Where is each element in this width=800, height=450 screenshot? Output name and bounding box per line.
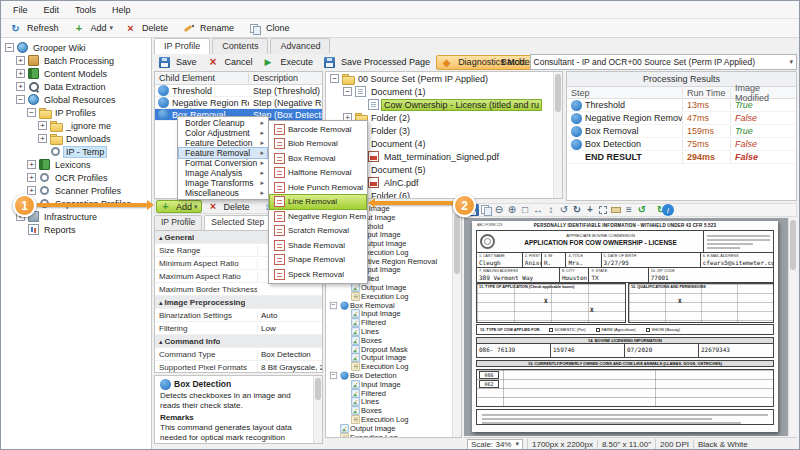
sync-icon[interactable] [636, 204, 648, 216]
diagnostics-tree-item[interactable]: Filtered [326, 318, 461, 327]
step-toolbar-button[interactable]: Add ▾ [156, 200, 202, 213]
diagnostics-tree-item[interactable]: Execution Log [326, 362, 461, 371]
tree-item[interactable]: Content Models [1, 67, 151, 80]
tree-item[interactable]: Downloads [1, 132, 151, 145]
tree-expander-icon[interactable] [27, 186, 36, 195]
submenu-item[interactable]: Line Removal [270, 195, 366, 210]
tree-expander-icon[interactable] [16, 69, 25, 78]
submenu-item[interactable]: Barcode Removal [270, 122, 366, 137]
diagnostics-tree-item[interactable]: Box Detection [326, 371, 461, 380]
result-row[interactable]: Box Removal 159ms True [567, 125, 796, 138]
submenu-item[interactable]: Negative Region Removal [270, 209, 366, 224]
diagnostics-tree-item[interactable]: Input Image [326, 310, 461, 319]
step-toolbar-button[interactable]: Delete [204, 200, 256, 213]
diagnostics-tree-item[interactable]: Boxes [326, 336, 461, 345]
submenu-item[interactable]: Shade Removal [270, 238, 366, 253]
property-row[interactable]: Command Info [155, 335, 322, 348]
scrollbar[interactable] [452, 204, 461, 437]
tree-expander-icon[interactable] [16, 95, 25, 104]
result-row[interactable]: Box Detection 75ms False [567, 138, 796, 151]
tree-expander-icon[interactable] [330, 372, 337, 379]
anchored-omr-link[interactable]: Anchored OMR [253, 443, 308, 444]
diagnostics-tree-item[interactable]: Execution Log [326, 292, 461, 301]
diagnostics-tree-item[interactable]: Lines [326, 327, 461, 336]
toolbar-button[interactable]: Rename [178, 21, 242, 36]
context-menu-item[interactable]: Border Cleanup [179, 118, 267, 128]
pan-icon[interactable] [584, 204, 596, 216]
diagnostics-tree-item[interactable]: Boxes [326, 406, 461, 415]
submenu-item[interactable]: Box Removal [270, 151, 366, 166]
context-menu-item[interactable]: Feature Removal [179, 148, 267, 158]
result-row[interactable]: END RESULT 294ms False [567, 151, 796, 164]
toolbar-button[interactable]: Refresh [5, 21, 67, 36]
scrollbar[interactable] [313, 376, 322, 443]
tree-expander-icon[interactable] [38, 134, 47, 143]
tree-item[interactable]: Grooper Wiki [1, 41, 151, 54]
tree-item[interactable]: Data Extraction [1, 80, 151, 93]
tree-item[interactable]: IP Profiles [1, 106, 151, 119]
diagnostics-tree-item[interactable]: Dropout Mask [326, 345, 461, 354]
tree-expander-icon[interactable] [27, 173, 36, 182]
diagnostics-tree-item[interactable]: Output Image [326, 354, 461, 363]
tree-expander-icon[interactable] [16, 82, 25, 91]
property-row[interactable]: Image Preprocessing [155, 296, 322, 309]
batch-tree-item[interactable]: 00 Source Set (Perm IP Applied) [326, 72, 562, 85]
tree-expander-icon[interactable] [27, 160, 36, 169]
menu-item[interactable]: Edit [36, 3, 68, 17]
tree-item[interactable]: Batch Processing [1, 54, 151, 67]
menu-item[interactable]: Tools [67, 3, 104, 17]
rotate-right-icon[interactable] [571, 204, 583, 216]
step-row[interactable]: Threshold Step (Threshold) [155, 85, 322, 97]
submenu-item[interactable]: Speck Removal [270, 267, 366, 282]
refresh-icon[interactable] [649, 204, 661, 216]
tab[interactable]: Advanced [270, 38, 330, 54]
batch-selector[interactable]: Consultant - IP and OCR+00 Source Set (P… [530, 54, 797, 70]
submenu-item[interactable]: Hole Punch Removal [270, 180, 366, 195]
action-button[interactable]: Cancel [203, 55, 258, 70]
diagnostics-tree-item[interactable]: Box Removal [326, 301, 461, 310]
tree-expander-icon[interactable] [343, 87, 352, 96]
tab[interactable]: Selected Step [204, 215, 271, 230]
rotate-left-icon[interactable] [558, 204, 570, 216]
menu-item[interactable]: Help [104, 3, 139, 17]
tree-expander-icon[interactable] [27, 108, 36, 117]
tab[interactable]: IP Profile [154, 38, 210, 54]
info-icon[interactable] [662, 204, 674, 216]
context-menu-item[interactable]: Image Analysis [179, 168, 267, 178]
context-menu-item[interactable]: Format Conversion [179, 158, 267, 168]
submenu-item[interactable]: Blob Removal [270, 137, 366, 152]
submenu-item[interactable]: Scratch Removal [270, 224, 366, 239]
menu-item[interactable]: File [5, 3, 36, 17]
action-button[interactable]: Save [154, 55, 202, 70]
diagnostics-tree-item[interactable]: Output Image [326, 424, 461, 433]
scrollbar[interactable] [788, 218, 797, 436]
property-value[interactable]: Low [258, 324, 322, 333]
toolbar-button[interactable]: Delete [120, 21, 176, 36]
submenu-item[interactable]: Halftone Removal [270, 166, 366, 181]
diagnostics-tree-item[interactable]: Execution Log [326, 415, 461, 424]
toolbar-button[interactable]: Add ▾ [69, 21, 119, 36]
action-button[interactable]: Save Processed Page [319, 55, 435, 70]
property-value[interactable]: 8 Bit Grayscale, 24 Bit RGB, 32 Bi [258, 363, 322, 372]
copy-icon[interactable] [480, 204, 492, 216]
property-row[interactable]: Supported Pixel Formats 8 Bit Grayscale,… [155, 361, 322, 373]
property-value[interactable]: Auto [258, 311, 322, 320]
diagnostics-tree-item[interactable]: Filtered [326, 389, 461, 398]
diagnostics-tree-item[interactable]: Input Image [326, 380, 461, 389]
submenu-item[interactable]: Shape Removal [270, 253, 366, 268]
tree-item[interactable]: Global Resources [1, 93, 151, 106]
step-row[interactable]: Negative Region Removal Step (Negative R… [155, 97, 322, 109]
grid-column-description[interactable]: Description [249, 73, 322, 83]
result-row[interactable]: Negative Region Removal 47ms False [567, 112, 796, 125]
fit-height-icon[interactable] [545, 204, 557, 216]
context-menu-item[interactable]: Feature Detection [179, 138, 267, 148]
property-row[interactable]: Filtering Low [155, 322, 322, 335]
zoom-in-icon[interactable] [506, 204, 518, 216]
tab[interactable]: Contents [212, 38, 268, 54]
tree-expander-icon[interactable] [16, 56, 25, 65]
diagnostics-tree-item[interactable]: Lines [326, 398, 461, 407]
result-row[interactable]: Threshold 13ms True [567, 99, 796, 112]
document-viewer[interactable]: ABC FORM 123 PERSONALLY IDENTIFIABLE INF… [464, 218, 797, 436]
context-menu-item[interactable]: Miscellaneous [179, 188, 267, 198]
layers-icon[interactable] [623, 204, 635, 216]
